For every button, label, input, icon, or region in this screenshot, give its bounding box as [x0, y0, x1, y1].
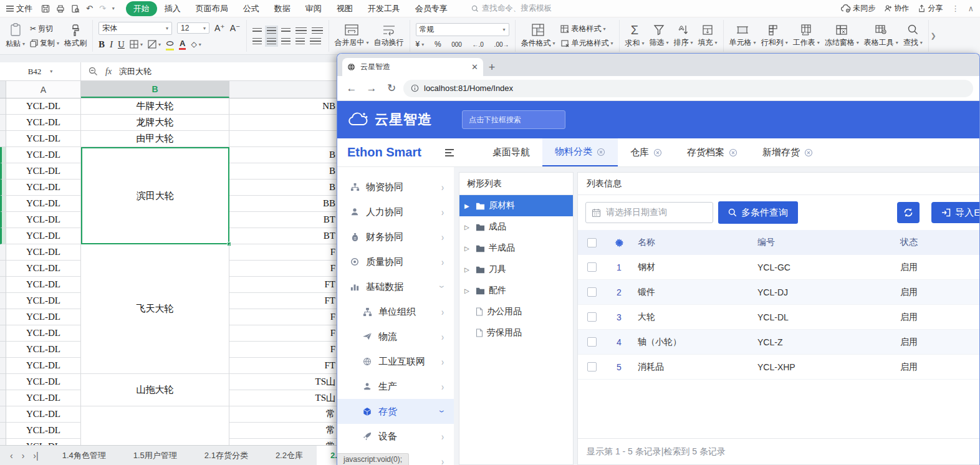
distributed-icon[interactable] [310, 38, 321, 45]
align-top-icon[interactable] [252, 28, 262, 33]
merged-cell[interactable]: 牛牌大轮 [81, 98, 229, 115]
row-checkbox[interactable] [587, 362, 597, 372]
cell-col-a[interactable]: YCL-DL [6, 115, 81, 131]
menu-tab-视图[interactable]: 视图 [329, 1, 360, 16]
sheet-tab-1.5用户管理[interactable]: 1.5用户管理 [120, 446, 191, 465]
font-size-select[interactable]: 12▾ [177, 22, 209, 34]
cell-name-box[interactable]: B42 ▾ [0, 62, 81, 80]
row-header[interactable] [0, 406, 6, 423]
command-search[interactable]: 查找命令、搜索模板 [471, 3, 842, 14]
info-icon[interactable] [411, 84, 419, 92]
grid-column-c[interactable]: NBBBBBBBTBTFFFTFTFFFFTTS山TS山常常常 [229, 98, 337, 445]
cell-col-c-partial[interactable] [229, 115, 337, 131]
worksheet-button[interactable]: 工作表▾ [793, 24, 820, 48]
row-header[interactable] [0, 115, 6, 131]
row-header[interactable] [0, 228, 6, 244]
save-icon[interactable] [41, 4, 50, 13]
sidebar-item-物流[interactable]: 物流› [337, 324, 454, 349]
cell-col-a[interactable]: YCL-DL [6, 261, 81, 277]
tree-item-办公用品[interactable]: 办公用品 [459, 301, 573, 322]
print-preview-icon[interactable] [71, 4, 80, 13]
tree-collapsed-arrow-icon[interactable]: ▷ [464, 287, 472, 294]
row-header[interactable] [0, 309, 6, 325]
row-header[interactable] [0, 98, 6, 115]
cell-col-a[interactable]: YCL-DL [6, 358, 81, 374]
sidebar-item-基础数据[interactable]: 基础数据› [337, 274, 454, 299]
nav-tab-新增存货[interactable]: 新增存货 [750, 138, 825, 166]
cell-col-c-partial[interactable]: F [229, 261, 337, 277]
currency-button[interactable]: ¥▾ [416, 40, 425, 49]
tree-expanded-arrow-icon[interactable]: ▶ [464, 203, 472, 209]
sort-button[interactable]: 排序▾ [674, 24, 693, 48]
freeze-panes-button[interactable]: 冻结窗格▾ [825, 24, 859, 48]
cell-col-a[interactable]: YCL-DL [6, 196, 81, 212]
cells-button[interactable]: 单元格▾ [729, 24, 756, 48]
cell-col-c-partial[interactable]: BT [229, 228, 337, 244]
zoom-formula-icon[interactable] [89, 67, 98, 76]
table-row-大轮[interactable]: 3大轮YCL-DL启用 [578, 305, 979, 330]
row-header[interactable] [0, 293, 6, 309]
merged-cell[interactable] [81, 406, 229, 445]
cell-col-a[interactable]: YCL-DL [6, 212, 81, 228]
nav-tab-存货档案[interactable]: 存货档案 [675, 138, 750, 166]
cell-col-c-partial[interactable]: B [229, 147, 337, 163]
font-color-button[interactable]: A [179, 39, 186, 50]
column-header-a[interactable]: A [6, 81, 81, 98]
cell-col-a[interactable]: YCL-DL [6, 163, 81, 180]
sheet-last-icon[interactable]: ›| [33, 451, 38, 461]
cell-col-a[interactable]: YCL-DL [6, 180, 81, 196]
row-header[interactable] [0, 180, 6, 196]
row-header[interactable] [0, 261, 6, 277]
undo-icon[interactable]: ↶ [86, 4, 93, 13]
increase-decimal-button[interactable]: ←.0 [473, 41, 484, 48]
nav-tab-仓库[interactable]: 仓库 [618, 138, 675, 166]
table-row-锻件[interactable]: 2锻件YCL-DJ启用 [578, 280, 979, 305]
increase-indent-icon[interactable] [312, 27, 323, 34]
sidebar-item-物资协同[interactable]: 物资协同› [337, 175, 454, 199]
sheet-tab-2.2仓库[interactable]: 2.2仓库 [262, 446, 317, 465]
tree-item-原材料[interactable]: ▶原材料 [459, 195, 573, 216]
header-search-dropdown[interactable]: 点击下拉框搜索 [462, 110, 565, 129]
row-checkbox[interactable] [587, 287, 597, 297]
cell-col-a[interactable]: YCL-DL [6, 423, 81, 439]
row-header[interactable] [0, 244, 6, 261]
cell-col-c-partial[interactable]: F [229, 309, 337, 325]
sheet-next-icon[interactable]: › [22, 451, 25, 461]
cell-col-a[interactable]: YCL-DL [6, 309, 81, 325]
ribbon-expand-icon[interactable]: ❯ [928, 20, 938, 52]
address-bar[interactable]: localhost:81/Home/Index [403, 80, 973, 97]
sum-button[interactable]: Σ 求和▾ [625, 24, 645, 49]
tab-close-icon[interactable]: ✕ [471, 62, 478, 72]
row-header[interactable] [0, 277, 6, 293]
tree-item-半成品[interactable]: ▷半成品 [459, 237, 573, 259]
date-query-input[interactable]: 请选择日期查询 [585, 202, 713, 223]
fill-button[interactable]: 填充▾ [698, 24, 718, 48]
merged-cell[interactable]: 由甲大轮 [81, 131, 229, 147]
sidebar-item-财务协同[interactable]: 财务协同› [337, 224, 454, 249]
cell-col-c-partial[interactable]: 常 [229, 406, 337, 423]
decrease-indent-icon[interactable] [295, 27, 307, 34]
sidebar-item-生产[interactable]: 生产› [337, 374, 454, 399]
select-all-corner[interactable] [0, 81, 6, 98]
tree-item-配件[interactable]: ▷配件 [459, 280, 573, 301]
row-header[interactable] [0, 439, 6, 445]
filter-button[interactable]: 筛选▾ [650, 24, 669, 48]
cell-col-a[interactable]: YCL-DL [6, 293, 81, 309]
decrease-decimal-button[interactable]: .00→ [494, 41, 509, 48]
cell-col-c-partial[interactable]: F [229, 325, 337, 342]
merge-center-button[interactable]: 合并居中▾ [335, 24, 369, 48]
font-name-select[interactable]: 宋体▾ [98, 22, 172, 35]
paste-button[interactable]: 粘贴▾ [6, 23, 25, 49]
format-painter-button[interactable]: 格式刷 [64, 24, 87, 49]
share-button[interactable]: 分享 [918, 3, 943, 14]
menu-tab-页面布局[interactable]: 页面布局 [188, 1, 236, 16]
tree-collapsed-arrow-icon[interactable]: ▷ [464, 224, 472, 231]
column-header-status[interactable]: 状态 [898, 237, 979, 248]
thousands-button[interactable]: 000 [451, 41, 462, 48]
cell-col-c-partial[interactable]: TS山 [229, 390, 337, 406]
cell-col-c-partial[interactable]: NB [229, 98, 337, 115]
italic-button[interactable]: I [110, 39, 113, 50]
cell-col-c-partial[interactable] [229, 131, 337, 147]
row-header[interactable] [0, 374, 6, 390]
fx-icon[interactable]: fx [105, 67, 112, 77]
